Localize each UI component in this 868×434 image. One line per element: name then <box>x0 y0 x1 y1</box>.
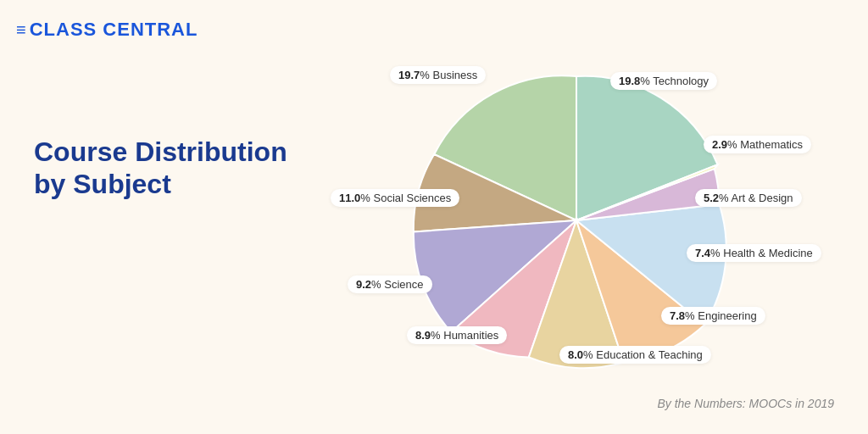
header: ≡ CLASS CENTRAL <box>16 19 198 41</box>
label-business: 19.7% Business <box>390 66 486 84</box>
chart-title: Course Distribution by Subject <box>34 136 287 201</box>
label-science: 9.2% Science <box>348 275 432 293</box>
label-technology: 19.8% Technology <box>610 72 717 90</box>
title-line1: Course Distribution by Subject <box>34 136 287 201</box>
label-mathematics: 2.9% Mathematics <box>704 136 811 153</box>
label-education: 8.0% Education & Teaching <box>559 346 711 364</box>
label-engineering: 7.8% Engineering <box>661 307 765 325</box>
logo-icon: ≡ <box>16 20 26 40</box>
label-health: 7.4% Health & Medicine <box>687 244 821 262</box>
label-social-sciences: 11.0% Social Sciences <box>331 189 459 207</box>
chart-container: 19.8% Technology 19.7% Business 11.0% So… <box>322 25 865 415</box>
label-humanities: 8.9% Humanities <box>407 326 507 344</box>
label-art-design: 5.2% Art & Design <box>695 189 802 207</box>
logo-text: CLASS CENTRAL <box>30 19 198 41</box>
